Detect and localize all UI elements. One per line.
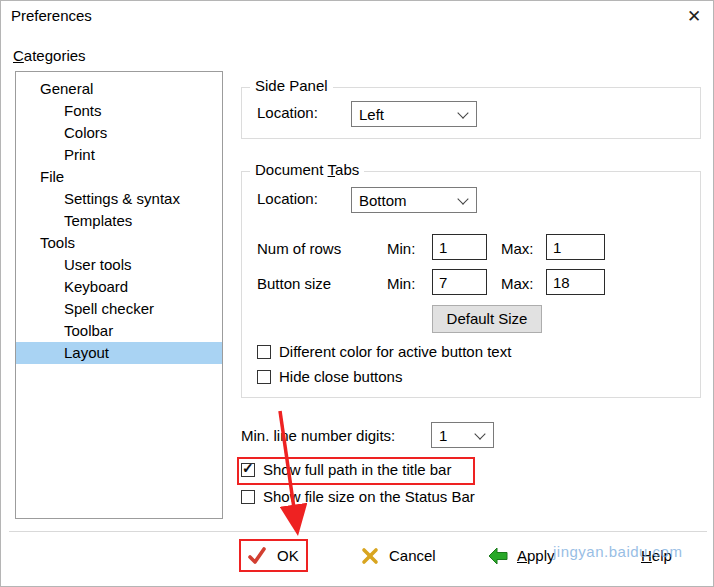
button-size-max-input[interactable] [546,269,605,295]
chevron-down-icon [457,193,468,204]
document-tabs-group: Document Tabs Location: Bottom Num of ro… [241,171,701,398]
different-color-checkbox-label[interactable]: Different color for active button text [279,343,511,360]
button-size-min-input[interactable] [432,269,487,295]
category-item-settings-syntax[interactable]: Settings & syntax [16,188,222,210]
category-item-general[interactable]: General [16,78,222,100]
close-icon[interactable]: ✕ [681,5,707,29]
num-rows-max-input[interactable] [546,234,605,260]
hide-close-buttons-checkbox[interactable]: Hide close buttons [257,368,402,385]
num-rows-max-label: Max: [501,238,534,260]
category-item-toolbar[interactable]: Toolbar [16,320,222,342]
hide-close-buttons-checkbox-label[interactable]: Hide close buttons [279,368,402,385]
category-item-user-tools[interactable]: User tools [16,254,222,276]
checkbox-box[interactable] [257,345,271,359]
min-line-digits-combobox[interactable]: 1 [431,422,494,448]
chevron-down-icon [474,428,485,439]
category-item-templates[interactable]: Templates [16,210,222,232]
show-file-size-checkbox-label[interactable]: Show file size on the Status Bar [263,488,475,505]
category-item-keyboard[interactable]: Keyboard [16,276,222,298]
side-panel-location-value: Left [352,106,459,123]
different-color-checkbox[interactable]: Different color for active button text [257,343,511,360]
show-full-path-checkbox-label[interactable]: Show full path in the title bar [263,461,451,478]
button-size-max-label: Max: [501,273,534,295]
min-line-digits-value: 1 [432,427,476,444]
preferences-dialog: Preferences ✕ Categories General Fonts C… [0,0,714,587]
category-item-file[interactable]: File [16,166,222,188]
category-item-tools[interactable]: Tools [16,232,222,254]
category-item-fonts[interactable]: Fonts [16,100,222,122]
category-item-colors[interactable]: Colors [16,122,222,144]
ok-check-icon [247,546,267,566]
side-panel-group-title: Side Panel [250,77,333,94]
side-panel-location-combobox[interactable]: Left [351,101,477,127]
category-item-layout[interactable]: Layout [16,342,222,364]
separator-line [9,531,707,532]
category-item-print[interactable]: Print [16,144,222,166]
checkbox-box[interactable] [241,490,255,504]
doc-tabs-location-combobox[interactable]: Bottom [351,187,477,213]
apply-button[interactable]: Apply [517,547,555,564]
doc-tabs-location-value: Bottom [352,192,459,209]
num-of-rows-label: Num of rows [257,238,341,260]
document-tabs-group-title: Document Tabs [250,161,364,178]
window-title: Preferences [11,7,92,24]
button-size-min-label: Min: [387,273,415,295]
doc-tabs-location-label: Location: [257,188,318,210]
cancel-button[interactable]: Cancel [389,547,436,564]
check-icon: ✓ [242,460,254,476]
button-size-label: Button size [257,273,331,295]
categories-listbox: General Fonts Colors Print File Settings… [15,71,223,519]
num-rows-min-input[interactable] [432,234,487,260]
checkbox-box-checked[interactable]: ✓ [241,463,255,477]
side-panel-location-label: Location: [257,102,318,124]
ok-button[interactable]: OK [277,547,299,564]
chevron-down-icon [457,107,468,118]
cancel-x-icon [361,547,379,565]
show-file-size-checkbox[interactable]: Show file size on the Status Bar [241,488,475,505]
show-full-path-checkbox[interactable]: ✓ Show full path in the title bar [241,461,451,478]
checkbox-box[interactable] [257,370,271,384]
categories-label: Categories [13,47,86,64]
default-size-button[interactable]: Default Size [432,305,542,333]
category-item-spell-checker[interactable]: Spell checker [16,298,222,320]
help-button[interactable]: Help [641,547,672,564]
apply-arrow-icon [488,547,508,565]
min-line-digits-label: Min. line number digits: [241,425,395,447]
num-rows-min-label: Min: [387,238,415,260]
side-panel-group: Side Panel Location: Left [241,87,701,139]
